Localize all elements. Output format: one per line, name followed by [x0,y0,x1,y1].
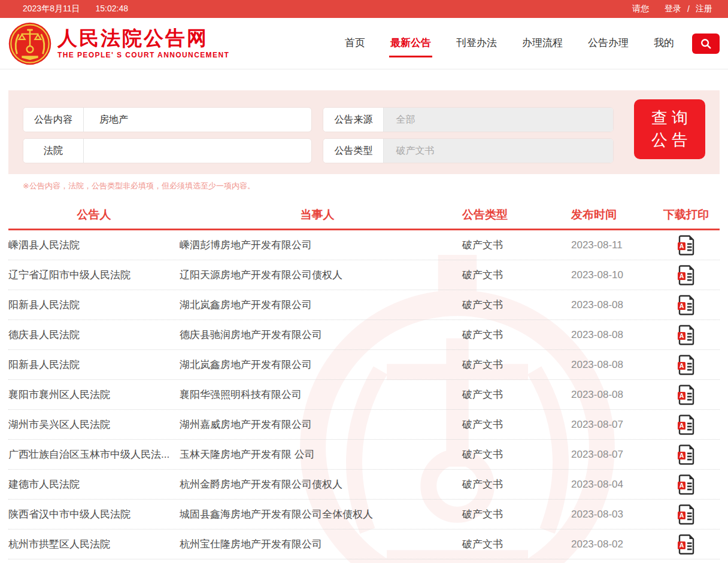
svg-text:A: A [680,272,684,279]
pdf-file-icon[interactable]: A [677,325,695,345]
table-row[interactable]: 陕西省汉中市中级人民法院 城固县鑫海房地产开发有限公司全体债权人 破产文书 20… [8,500,720,529]
pdf-file-icon[interactable]: A [677,474,695,495]
cell-party: 杭州金爵房地产开发有限公司债权人 [180,477,455,491]
cell-party: 城固县鑫海房地产开发有限公司全体债权人 [180,507,455,521]
pdf-file-icon[interactable]: A [677,265,695,285]
cell-court: 陕西省汉中市中级人民法院 [8,507,180,521]
pdf-file-icon[interactable]: A [677,295,695,315]
search-panel: 公告内容 法院 公告来源 公告类型 查询公告 [8,90,720,174]
cell-download: A [653,474,720,495]
table-row[interactable]: 阳新县人民法院 湖北岚鑫房地产开发有限公司 破产文书 2023-08-08 A [8,350,720,380]
cell-download: A [653,265,720,285]
topbar: 2023年8月11日 15:02:48 请您 登录 / 注册 [0,0,728,18]
announcement-content-input[interactable] [84,108,311,132]
cell-party: 玉林天隆房地产开发有限 公司 [180,448,455,461]
table-row[interactable]: 嵊泗县人民法院 嵊泗彭博房地产开发有限公司 破产文书 2023-08-11 A [8,230,720,260]
court-field: 法院 [23,138,312,163]
col-header-announcer: 公告人 [8,207,180,223]
cell-type: 破产文书 [455,418,569,431]
nav-item-1[interactable]: 最新公告 [389,30,432,57]
pdf-file-icon[interactable]: A [677,355,695,375]
form-requirement-note: ※公告内容，法院，公告类型非必填项，但必须填选至少一项内容。 [23,181,720,191]
col-header-download-print: 下载打印 [653,207,720,223]
announcement-source-field: 公告来源 [323,107,613,132]
cell-party: 嵊泗彭博房地产开发有限公司 [180,238,455,252]
pdf-file-icon[interactable]: A [677,385,695,405]
cell-download: A [653,385,720,405]
nav-item-5[interactable]: 我的 [653,30,675,57]
pdf-file-icon[interactable]: A [677,504,695,525]
pdf-file-icon[interactable]: A [677,415,695,435]
register-link[interactable]: 注册 [696,4,712,14]
cell-publish-date: 2023-08-10 [569,269,653,281]
current-time: 15:02:48 [95,4,128,14]
cell-download: A [653,445,720,465]
query-button-line2: 公告 [651,131,692,149]
cell-publish-date: 2023-08-03 [569,509,653,521]
table-row[interactable]: 辽宁省辽阳市中级人民法院 辽阳天源房地产开发有限公司债权人 破产文书 2023-… [8,260,720,290]
brand-block: 人民法院公告网 THE PEOPLE' S COURT ANNOUNCEMENT [57,28,229,59]
announcement-content-field: 公告内容 [23,107,312,132]
svg-text:A: A [680,512,684,519]
cell-type: 破产文书 [455,537,569,551]
nav-item-3[interactable]: 办理流程 [521,30,564,57]
court-input[interactable] [84,139,311,163]
announcement-type-input[interactable] [384,139,612,163]
announcement-content-label: 公告内容 [23,108,84,132]
svg-text:A: A [680,392,684,399]
cell-party: 杭州宝仕隆房地产开发有限公司 [180,537,455,551]
cell-party: 襄阳华强照明科技有限公司 [180,388,455,401]
greeting-text: 请您 [632,4,649,14]
announcement-source-label: 公告来源 [323,108,384,132]
table-row[interactable]: 德庆县人民法院 德庆县驰润房地产开发有限公司 破产文书 2023-08-08 A [8,320,720,350]
pdf-file-icon[interactable]: A [677,534,695,555]
cell-party: 湖州嘉威房地产开发有限公司 [180,418,455,431]
table-row[interactable]: 建德市人民法院 杭州金爵房地产开发有限公司债权人 破产文书 2023-08-04… [8,470,720,500]
cell-type: 破产文书 [455,328,569,342]
cell-download: A [653,235,720,255]
court-emblem-logo [8,22,51,65]
cell-court: 建德市人民法院 [8,477,180,491]
magnifier-icon [700,38,712,50]
cell-type: 破产文书 [455,448,569,461]
svg-text:A: A [680,422,684,429]
announcement-type-label: 公告类型 [323,139,384,163]
nav-item-4[interactable]: 公告办理 [587,30,630,57]
announcement-source-input[interactable] [384,108,612,132]
svg-text:A: A [680,452,684,459]
pdf-file-icon[interactable]: A [677,235,695,255]
table-row[interactable]: 阳新县人民法院 湖北岚鑫房地产开发有限公司 破产文书 2023-08-08 A [8,290,720,320]
svg-text:A: A [680,302,684,309]
nav-item-0[interactable]: 首页 [344,30,366,57]
table-row[interactable]: 广西壮族自治区玉林市中级人民法... 玉林天隆房地产开发有限 公司 破产文书 2… [8,440,720,470]
cell-court: 阳新县人民法院 [8,358,180,372]
cell-court: 杭州市拱墅区人民法院 [8,537,180,551]
cell-court: 辽宁省辽阳市中级人民法院 [8,268,180,282]
current-date: 2023年8月11日 [23,4,80,14]
table-row[interactable]: 湖州市吴兴区人民法院 湖州嘉威房地产开发有限公司 破产文书 2023-08-07… [8,410,720,440]
main-nav: 首页最新公告刊登办法办理流程公告办理我的 [344,30,675,57]
cell-download: A [653,504,720,525]
login-link[interactable]: 登录 [665,4,681,14]
cell-publish-date: 2023-08-08 [569,359,653,371]
table-row[interactable]: 杭州市拱墅区人民法院 杭州宝仕隆房地产开发有限公司 破产文书 2023-08-0… [8,529,720,559]
site-title: 人民法院公告网 [57,28,229,49]
cell-party: 湖北岚鑫房地产开发有限公司 [180,298,455,312]
cell-publish-date: 2023-08-08 [569,299,653,311]
cell-type: 破产文书 [455,298,569,312]
nav-item-2[interactable]: 刊登办法 [455,30,498,57]
cell-download: A [653,325,720,345]
cell-court: 广西壮族自治区玉林市中级人民法... [8,448,180,461]
cell-court: 阳新县人民法院 [8,298,180,312]
query-button-line1: 查询 [651,109,692,127]
col-header-type: 公告类型 [455,207,569,223]
pdf-file-icon[interactable]: A [677,445,695,465]
svg-text:A: A [680,242,684,249]
query-announcements-button[interactable]: 查询公告 [634,99,705,159]
cell-type: 破产文书 [455,238,569,252]
cell-download: A [653,534,720,555]
nav-search-button[interactable] [692,34,720,54]
table-row[interactable]: 襄阳市襄州区人民法院 襄阳华强照明科技有限公司 破产文书 2023-08-08 … [8,380,720,410]
svg-text:A: A [680,332,684,339]
cell-party: 湖北岚鑫房地产开发有限公司 [180,358,455,372]
